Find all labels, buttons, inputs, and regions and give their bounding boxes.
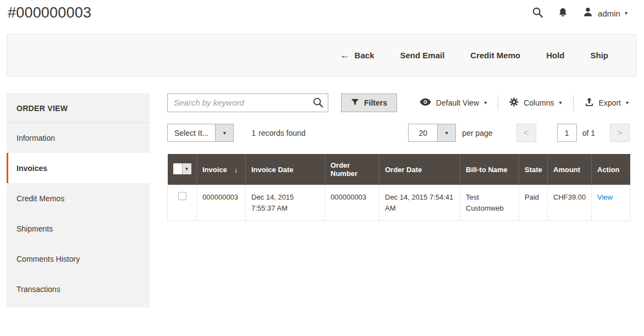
column-header-action[interactable]: Action: [592, 154, 630, 185]
sidebar-item-transactions[interactable]: Transactions: [7, 274, 150, 304]
column-header-invoice[interactable]: Invoice ↓: [197, 154, 246, 185]
column-header-order-number[interactable]: Order Number: [325, 154, 379, 185]
column-header-amount[interactable]: Amount: [548, 154, 592, 185]
export-icon: [585, 97, 594, 108]
grid-subtoolbar: Select It... ▾ 1 records found 20 ▾ per …: [167, 124, 630, 142]
column-header-invoice-date[interactable]: Invoice Date: [246, 154, 325, 185]
mass-action-caret[interactable]: ▾: [215, 124, 233, 141]
order-action-toolbar: ← Back Send Email Credit Memo Hold Ship: [7, 34, 636, 76]
invoices-grid: Filters Default View ▾ Columns ▾: [167, 93, 630, 221]
cell-state: Paid: [519, 185, 548, 221]
next-page-button[interactable]: >: [610, 124, 630, 142]
sidebar-item-comments-history[interactable]: Comments History: [7, 244, 150, 274]
cell-order-date: Dec 14, 2015 7:54:41 AM: [379, 185, 460, 221]
global-search-button[interactable]: [532, 7, 543, 20]
column-header-bill-to-name[interactable]: Bill-to Name: [460, 154, 519, 185]
view-invoice-link[interactable]: View: [597, 193, 613, 201]
per-page-select[interactable]: 20 ▾: [408, 124, 456, 142]
content-area: ORDER VIEW Information Invoices Credit M…: [7, 93, 636, 307]
column-header-order-date[interactable]: Order Date: [379, 154, 460, 185]
column-header-state[interactable]: State: [519, 154, 548, 185]
gear-icon: [509, 97, 519, 108]
mass-action-label: Select It...: [168, 124, 215, 141]
search-icon: [532, 7, 543, 20]
total-pages-label: of 1: [582, 129, 595, 137]
admin-username: admin: [598, 9, 620, 18]
keyword-search: [167, 93, 328, 112]
sidebar-item-shipments[interactable]: Shipments: [7, 213, 150, 244]
search-icon: [312, 102, 324, 110]
send-email-button[interactable]: Send Email: [400, 51, 444, 60]
ship-button[interactable]: Ship: [591, 51, 609, 60]
per-page-value: 20: [409, 124, 437, 141]
cell-action: View: [592, 185, 630, 221]
previous-page-button[interactable]: <: [516, 124, 536, 142]
per-page-caret[interactable]: ▾: [437, 124, 455, 141]
admin-account-menu[interactable]: admin ▾: [582, 7, 628, 20]
chevron-right-icon: >: [617, 128, 622, 138]
mass-action-select[interactable]: Select It... ▾: [167, 124, 234, 142]
select-all-checkbox[interactable]: ▾: [173, 163, 191, 174]
select-all-header[interactable]: ▾: [168, 154, 197, 185]
back-button[interactable]: ← Back: [340, 50, 375, 61]
cell-invoice: 000000003: [197, 185, 246, 221]
records-label: records found: [258, 129, 306, 137]
chevron-down-icon: ▾: [445, 130, 448, 136]
sidebar-item-credit-memos[interactable]: Credit Memos: [7, 183, 150, 213]
records-found: 1 records found: [251, 129, 305, 137]
chevron-down-icon: ▾: [626, 100, 629, 106]
bell-icon: [558, 7, 568, 20]
table-header-row: ▾ Invoice ↓ Invoice Date Order Number Or…: [168, 154, 630, 185]
eye-icon: [420, 98, 431, 107]
checkbox-icon: [173, 163, 182, 174]
header-actions: admin ▾: [532, 4, 628, 20]
arrow-left-icon: ←: [340, 50, 350, 61]
table-row: 000000003 Dec 14, 2015 7:55:37 AM 000000…: [168, 185, 630, 221]
sidebar-item-information[interactable]: Information: [7, 123, 150, 153]
columns-control[interactable]: Columns ▾: [498, 95, 573, 111]
order-view-sidebar: ORDER VIEW Information Invoices Credit M…: [7, 93, 150, 307]
credit-memo-button[interactable]: Credit Memo: [470, 51, 520, 60]
sidebar-item-invoices[interactable]: Invoices: [7, 153, 150, 183]
records-count: 1: [251, 129, 256, 137]
chevron-down-icon: ▾: [182, 163, 191, 174]
chevron-down-icon: ▾: [484, 100, 487, 106]
current-page-input[interactable]: [557, 124, 577, 142]
notifications-button[interactable]: [558, 7, 568, 20]
export-control[interactable]: Export ▾: [573, 95, 630, 111]
row-select-cell: [168, 185, 197, 221]
search-input[interactable]: [167, 93, 328, 112]
invoices-table: ▾ Invoice ↓ Invoice Date Order Number Or…: [167, 154, 630, 221]
sort-descending-icon: ↓: [234, 166, 238, 174]
view-switcher[interactable]: Default View ▾: [409, 96, 498, 109]
chevron-left-icon: <: [524, 128, 529, 138]
grid-toolbar: Filters Default View ▾ Columns ▾: [167, 93, 630, 112]
grid-view-controls: Default View ▾ Columns ▾ Export ▾: [409, 95, 630, 111]
user-avatar-icon: [582, 7, 593, 20]
search-submit-button[interactable]: [312, 97, 324, 110]
chevron-down-icon: ▾: [559, 100, 562, 106]
cell-bill-to-name: Test Customweb: [460, 185, 519, 221]
page-header: #000000003 admin ▾: [0, 0, 644, 34]
per-page-label: per page: [462, 129, 492, 137]
page-title: #000000003: [8, 4, 91, 21]
chevron-down-icon: ▾: [223, 130, 226, 136]
cell-order-number: 000000003: [325, 185, 379, 221]
funnel-icon: [351, 98, 359, 108]
pagination: 20 ▾ per page < of 1 >: [408, 124, 630, 142]
chevron-down-icon: ▾: [625, 10, 628, 16]
row-checkbox[interactable]: [178, 192, 186, 200]
sidebar-title: ORDER VIEW: [7, 93, 150, 123]
cell-invoice-date: Dec 14, 2015 7:55:37 AM: [246, 185, 325, 221]
filters-button[interactable]: Filters: [341, 93, 397, 112]
hold-button[interactable]: Hold: [546, 51, 564, 60]
cell-amount: CHF39.00: [548, 185, 592, 221]
